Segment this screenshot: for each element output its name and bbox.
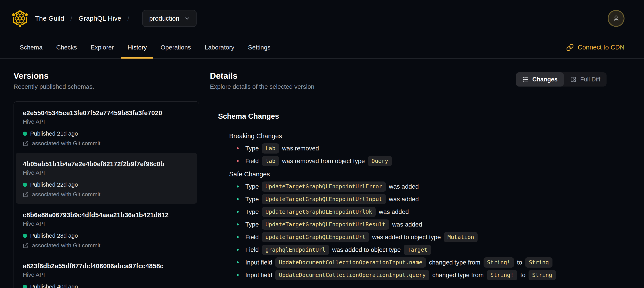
code-chip: String! [484,257,514,267]
code-chip: UpdateTargetGraphQLEndpointUrlInput [262,194,386,204]
version-card[interactable]: e2e55045345ce13fe07f52a77459b83fa3fe7020… [16,102,197,153]
user-avatar-button[interactable] [608,10,624,27]
version-hash: e2e55045345ce13fe07f52a77459b83fa3fe7020 [23,109,190,117]
person-icon [612,15,620,23]
nav-tab-label: Settings [248,44,270,51]
change-text: Type [245,183,259,190]
change-text: was added [389,196,419,203]
change-text: Field [245,158,259,165]
schema-changes: Schema Changes Breaking Changes TypeLabw… [210,112,630,281]
nav-tab-label: Laboratory [204,44,234,51]
change-text: was removed [282,145,319,152]
code-chip: UpdateTargetGraphQLEndpointUrlError [262,181,386,192]
bullet-icon [237,147,239,149]
hive-logo-icon[interactable] [11,9,29,28]
external-link-icon [23,191,29,197]
code-chip: Query [368,156,392,166]
change-row: TypeUpdateTargetGraphQLEndpointUrlInputw… [218,193,630,205]
nav-tab-laboratory[interactable]: Laboratory [198,37,240,58]
version-hash: c8b6e88a06793b9c4dfd54aaa21b36a1b421d812 [23,211,190,219]
version-card[interactable]: 4b05ab51b1b4a7e2e4b0ef82172f2b9f7ef98c0b… [16,153,197,204]
bullet-icon [237,261,239,263]
code-chip: UpdateTargetGraphQLEndpointUrlResult [262,219,389,230]
change-text: Field [245,234,259,241]
bullet-icon [237,249,239,251]
version-status: Published 28d ago [23,232,190,239]
bullet-icon [237,236,239,238]
version-list: e2e55045345ce13fe07f52a77459b83fa3fe7020… [14,101,199,288]
external-link-icon [23,140,29,146]
change-row: Input fieldUpdateDocumentCollectionOpera… [218,269,630,281]
changes-view-button[interactable]: Changes [516,72,564,87]
versions-subtitle: Recently published schemas. [14,83,199,91]
split-columns-icon [570,76,577,83]
version-git-commit-link[interactable]: associated with Git commit [23,191,190,198]
nav-tab-checks[interactable]: Checks [50,37,83,58]
change-row: TypeUpdateTargetGraphQLEndpointUrlResult… [218,218,630,231]
connect-to-cdn-button[interactable]: Connect to CDN [566,37,624,58]
change-text: to [520,271,526,279]
full-diff-view-label: Full Diff [580,76,600,83]
nav-tab-label: Checks [56,44,77,51]
code-chip: UpdateDocumentCollectionOperationInput.q… [275,270,429,280]
primary-nav: Schema Checks Explorer History Operation… [0,37,644,59]
version-status: Published 40d ago [23,283,190,288]
change-text: Type [245,145,259,152]
nav-tabs: Schema Checks Explorer History Operation… [14,37,277,58]
code-chip: Lab [262,143,279,154]
code-chip: String [528,270,556,280]
change-text: to [517,259,522,266]
details-title: Details [210,71,314,81]
nav-tab-label: Explorer [91,44,114,51]
code-chip: UpdateDocumentCollectionOperationInput.n… [275,257,426,267]
schema-changes-sections: Breaking Changes TypeLabwas removedField… [218,132,630,281]
versions-title: Versions [14,71,199,81]
nav-tab-label: Operations [160,44,191,51]
details-panel: Details Explore details of the selected … [210,71,630,288]
version-card[interactable]: a823f6db2a55df877dcf406006abca97fcc4858c… [16,255,197,288]
change-section: Safe Changes TypeUpdateTargetGraphQLEndp… [218,170,630,281]
external-link-icon [23,242,29,248]
version-status-text: Published 28d ago [30,232,78,239]
full-diff-view-button[interactable]: Full Diff [564,72,606,87]
code-chip: UpdateTargetGraphQLEndpointUrlOk [262,207,376,217]
code-chip: updateTargetGraphQLEndpointUrl [262,232,369,242]
version-service: Hive API [23,169,190,176]
change-text: changed type from [432,271,484,279]
breadcrumb-org[interactable]: The Guild [35,15,64,22]
change-text: Type [245,196,259,203]
change-text: Input field [245,271,272,279]
nav-tab-settings[interactable]: Settings [242,37,276,58]
version-service: Hive API [23,271,190,278]
bullet-icon [237,274,239,276]
version-git-commit-link[interactable]: associated with Git commit [23,242,190,249]
nav-tab-explorer[interactable]: Explorer [84,37,120,58]
code-chip: String! [487,270,517,280]
change-text: Field [245,246,259,253]
version-git-commit-text: associated with Git commit [32,191,100,198]
version-git-commit-link[interactable]: associated with Git commit [23,140,190,147]
change-text: Type [245,221,259,228]
version-card[interactable]: c8b6e88a06793b9c4dfd54aaa21b36a1b421d812… [16,204,197,255]
change-row: Fieldlabwas removed from object typeQuer… [218,155,630,167]
change-row: FieldgraphqlEndpointUrlwas added to obje… [218,243,630,256]
version-git-commit-text: associated with Git commit [32,242,100,249]
change-row: TypeUpdateTargetGraphQLEndpointUrlErrorw… [218,180,630,193]
change-text: was added to object type [332,246,401,253]
nav-tab-schema[interactable]: Schema [14,37,49,58]
change-text: was removed from object type [282,158,365,165]
code-chip: Mutation [444,232,478,242]
target-selector-dropdown[interactable]: production [142,10,196,27]
nav-tab-operations[interactable]: Operations [154,37,197,58]
published-dot-icon [23,132,27,136]
breadcrumb-project[interactable]: GraphQL Hive [78,15,121,22]
change-text: Type [245,208,259,215]
change-text: changed type from [429,259,480,266]
nav-tab-history[interactable]: History [121,37,153,58]
top-header: The Guild / GraphQL Hive / production Sc… [0,0,644,59]
published-dot-icon [23,285,27,288]
change-rows: TypeLabwas removedFieldlabwas removed fr… [218,142,630,167]
change-rows: TypeUpdateTargetGraphQLEndpointUrlErrorw… [218,180,630,281]
breadcrumb-separator: / [128,15,129,22]
change-section-title: Safe Changes [229,170,630,178]
